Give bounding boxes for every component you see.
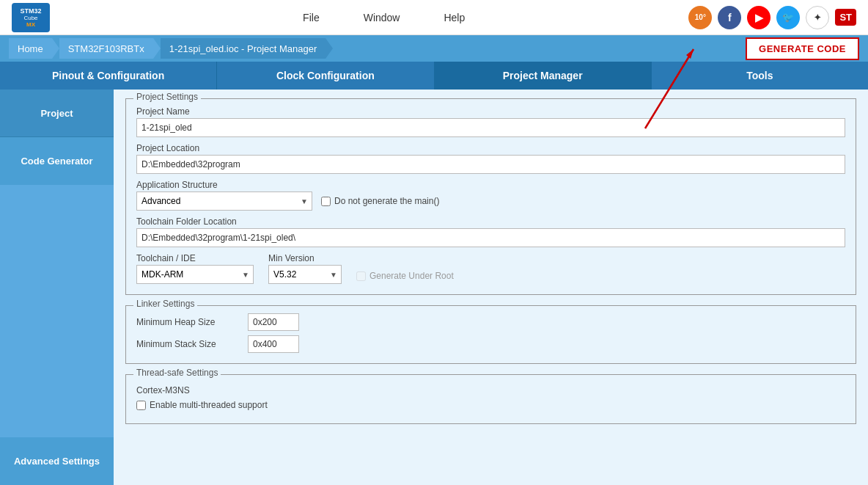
- twitter-icon[interactable]: 🐦: [776, 6, 800, 29]
- project-location-input[interactable]: [136, 155, 845, 174]
- toolchain-folder-row: Toolchain Folder Location: [136, 216, 845, 247]
- menu-window[interactable]: Window: [364, 12, 400, 23]
- breadcrumb-board[interactable]: STM32F103RBTx: [59, 38, 153, 59]
- breadcrumb-home[interactable]: Home: [9, 38, 52, 59]
- tab-clock[interactable]: Clock Configuration: [217, 62, 434, 90]
- breadcrumb-arrow-1: [52, 38, 59, 59]
- sidebar-item-code-generator[interactable]: Code Generator: [0, 137, 114, 185]
- heap-size-label: Minimum Heap Size: [136, 317, 239, 327]
- app-structure-select-wrapper: Advanced ▼: [136, 192, 312, 211]
- share-icon[interactable]: ✦: [806, 6, 829, 29]
- breadcrumb: Home STM32F103RBTx 1-21spi_oled.ioc - Pr…: [0, 35, 868, 62]
- logo: STM32 Cube MX: [12, 3, 50, 32]
- anniversary-icon: 10°: [688, 6, 712, 29]
- multithread-checkbox-label[interactable]: Enable multi-threaded support: [136, 400, 845, 410]
- generate-under-root-text: Generate Under Root: [369, 271, 454, 281]
- toolchain-folder-input[interactable]: [136, 228, 845, 247]
- multithread-label-text: Enable multi-threaded support: [150, 400, 268, 410]
- main-content: Project Settings Project Name Project Lo…: [114, 90, 868, 485]
- menu-help[interactable]: Help: [444, 12, 465, 23]
- tab-tools[interactable]: Tools: [652, 62, 868, 90]
- stack-size-label: Minimum Stack Size: [136, 339, 239, 349]
- stack-size-row: Minimum Stack Size: [136, 335, 845, 353]
- project-settings-section: Project Settings Project Name Project Lo…: [125, 98, 856, 295]
- menu-file[interactable]: File: [303, 12, 320, 23]
- project-location-row: Project Location: [136, 143, 845, 174]
- tab-pinout[interactable]: Pinout & Configuration: [0, 62, 217, 90]
- generate-under-root-label[interactable]: Generate Under Root: [356, 271, 454, 281]
- project-settings-title: Project Settings: [133, 92, 201, 102]
- heap-size-row: Minimum Heap Size: [136, 313, 845, 331]
- cortex-label: Cortex-M3NS: [136, 385, 845, 395]
- breadcrumb-arrow-3: [326, 38, 333, 59]
- toolchain-folder-label: Toolchain Folder Location: [136, 216, 845, 227]
- linker-settings-section: Linker Settings Minimum Heap Size Minimu…: [125, 305, 856, 364]
- no-main-checkbox[interactable]: [321, 197, 331, 206]
- stack-size-input[interactable]: [248, 335, 299, 353]
- thread-content: Cortex-M3NS Enable multi-threaded suppor…: [136, 382, 845, 413]
- st-brand-icon[interactable]: ST: [835, 9, 856, 26]
- sidebar-item-project[interactable]: Project: [0, 90, 114, 137]
- toolchain-label: Toolchain / IDE: [136, 253, 254, 263]
- toolchain-row: Toolchain / IDE MDK-ARM ▼ Min Version V5…: [136, 253, 845, 284]
- generate-code-button[interactable]: GENERATE CODE: [746, 37, 859, 60]
- generate-under-root-wrapper: Generate Under Root: [356, 271, 454, 284]
- facebook-icon[interactable]: f: [718, 6, 741, 29]
- project-location-label: Project Location: [136, 143, 845, 153]
- no-main-checkbox-label[interactable]: Do not generate the main(): [321, 196, 439, 206]
- thread-settings-title: Thread-safe Settings: [133, 368, 221, 378]
- tab-project-manager[interactable]: Project Manager: [435, 62, 652, 90]
- sidebar: Project Code Generator Advanced Settings: [0, 90, 114, 485]
- project-name-input[interactable]: [136, 118, 845, 137]
- min-version-select[interactable]: V5.32: [268, 265, 342, 284]
- toolchain-select[interactable]: MDK-ARM: [136, 265, 254, 284]
- min-version-label: Min Version: [268, 253, 342, 263]
- linker-settings-title: Linker Settings: [133, 299, 197, 309]
- app-structure-label: Application Structure: [136, 180, 845, 190]
- main-tabs: Pinout & Configuration Clock Configurati…: [0, 62, 868, 90]
- generate-under-root-checkbox[interactable]: [356, 271, 366, 281]
- breadcrumb-arrow-2: [153, 38, 161, 59]
- linker-rows: Minimum Heap Size Minimum Stack Size: [136, 313, 845, 353]
- breadcrumb-project[interactable]: 1-21spi_oled.ioc - Project Manager: [161, 38, 326, 59]
- app-structure-select[interactable]: Advanced: [136, 192, 312, 211]
- project-name-row: Project Name: [136, 106, 845, 137]
- project-name-label: Project Name: [136, 106, 845, 117]
- min-version-select-wrapper: V5.32 ▼: [268, 265, 342, 284]
- toolchain-select-wrapper: MDK-ARM ▼: [136, 265, 254, 284]
- sidebar-item-advanced-settings[interactable]: Advanced Settings: [0, 437, 114, 485]
- multithread-checkbox[interactable]: [136, 401, 146, 410]
- youtube-icon[interactable]: ▶: [747, 6, 770, 29]
- heap-size-input[interactable]: [248, 313, 299, 331]
- thread-settings-section: Thread-safe Settings Cortex-M3NS Enable …: [125, 374, 856, 424]
- no-main-label-text: Do not generate the main(): [334, 196, 439, 206]
- app-structure-row: Application Structure Advanced ▼ Do not …: [136, 180, 845, 211]
